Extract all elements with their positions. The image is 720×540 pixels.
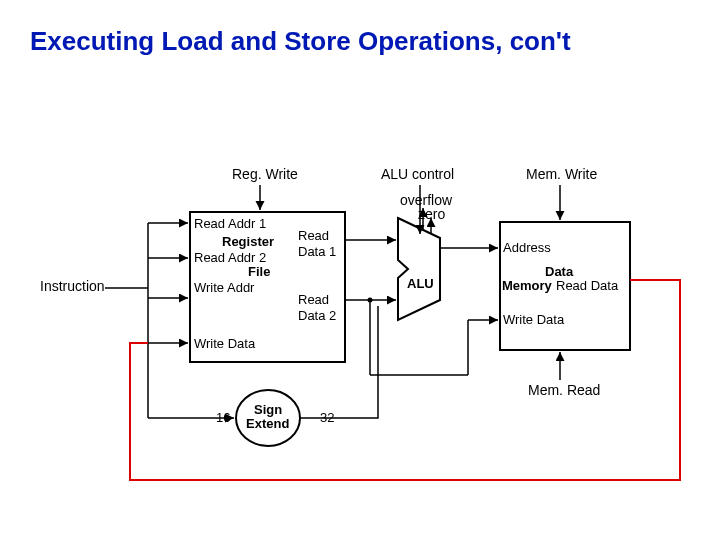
readdata1-a: Read — [298, 228, 329, 243]
regfile-name1: Register — [222, 234, 274, 249]
alu-shape — [398, 218, 440, 320]
memread-label: Mem. Read — [528, 382, 600, 398]
signext-line1: Sign — [254, 402, 282, 417]
readdata-loopback — [130, 280, 680, 480]
readaddr2-label: Read Addr 2 — [194, 250, 266, 265]
readdata2-a: Read — [298, 292, 329, 307]
alucontrol-label: ALU control — [381, 166, 454, 182]
instruction-label: Instruction — [40, 278, 105, 294]
svg-point-9 — [368, 298, 373, 303]
writeaddr-label: Write Addr — [194, 280, 254, 295]
zero-label: zero — [418, 206, 445, 222]
regwrite-label: Reg. Write — [232, 166, 298, 182]
regfile-writedata-label: Write Data — [194, 336, 255, 351]
mem-name1: Data — [545, 264, 573, 279]
readdata2-b: Data 2 — [298, 308, 336, 323]
signext-out: 32 — [320, 410, 334, 425]
signext-line2: Extend — [246, 416, 289, 431]
datapath-diagram — [0, 0, 720, 540]
mem-readdata-label: Read Data — [556, 278, 618, 293]
alu-label: ALU — [407, 276, 434, 291]
readaddr1-label: Read Addr 1 — [194, 216, 266, 231]
regfile-name2: File — [248, 264, 270, 279]
mem-name2: Memory — [502, 278, 552, 293]
mem-address-label: Address — [503, 240, 551, 255]
readdata1-b: Data 1 — [298, 244, 336, 259]
signext-in: 16 — [216, 410, 230, 425]
memwrite-label: Mem. Write — [526, 166, 597, 182]
mem-writedata-label: Write Data — [503, 312, 564, 327]
